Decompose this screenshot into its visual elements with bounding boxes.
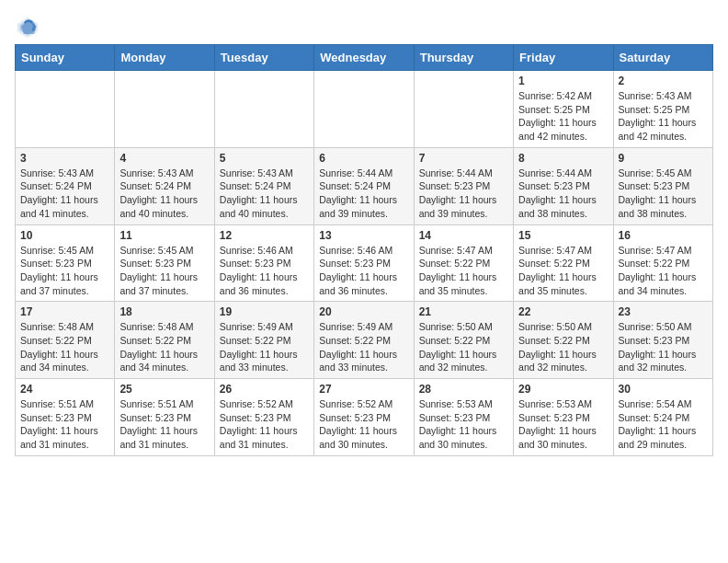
day-number: 18 [119, 305, 209, 318]
weekday-header-monday: Monday [115, 45, 214, 71]
day-info: Sunrise: 5:52 AM Sunset: 5:23 PM Dayligh… [319, 397, 408, 452]
day-cell: 17Sunrise: 5:48 AM Sunset: 5:22 PM Dayli… [16, 302, 115, 379]
day-cell [314, 71, 414, 148]
day-info: Sunrise: 5:51 AM Sunset: 5:23 PM Dayligh… [20, 397, 109, 452]
day-cell: 13Sunrise: 5:46 AM Sunset: 5:23 PM Dayli… [314, 224, 414, 302]
week-row-4: 17Sunrise: 5:48 AM Sunset: 5:22 PM Dayli… [16, 302, 713, 379]
day-cell: 1Sunrise: 5:42 AM Sunset: 5:25 PM Daylig… [514, 71, 613, 148]
day-number: 16 [619, 229, 708, 242]
day-number: 25 [119, 383, 209, 396]
day-info: Sunrise: 5:45 AM Sunset: 5:23 PM Dayligh… [119, 244, 209, 298]
day-cell: 24Sunrise: 5:51 AM Sunset: 5:23 PM Dayli… [16, 379, 115, 456]
logo-icon [15, 15, 40, 40]
day-number: 11 [119, 229, 209, 242]
day-number: 5 [220, 152, 309, 165]
day-cell: 4Sunrise: 5:43 AM Sunset: 5:24 PM Daylig… [115, 147, 214, 224]
day-info: Sunrise: 5:43 AM Sunset: 5:24 PM Dayligh… [119, 167, 209, 221]
day-number: 27 [319, 383, 408, 396]
day-number: 23 [619, 305, 708, 318]
day-cell: 12Sunrise: 5:46 AM Sunset: 5:23 PM Dayli… [214, 224, 313, 302]
day-number: 10 [20, 229, 109, 242]
day-cell [414, 71, 513, 148]
day-cell: 22Sunrise: 5:50 AM Sunset: 5:22 PM Dayli… [514, 302, 613, 379]
day-cell: 5Sunrise: 5:43 AM Sunset: 5:24 PM Daylig… [214, 147, 313, 224]
day-info: Sunrise: 5:50 AM Sunset: 5:22 PM Dayligh… [518, 320, 608, 374]
day-number: 2 [619, 75, 708, 87]
day-number: 12 [220, 229, 309, 242]
day-info: Sunrise: 5:51 AM Sunset: 5:23 PM Dayligh… [119, 397, 209, 452]
logo [15, 15, 44, 40]
day-number: 20 [319, 305, 408, 318]
week-row-5: 24Sunrise: 5:51 AM Sunset: 5:23 PM Dayli… [16, 379, 713, 456]
day-info: Sunrise: 5:48 AM Sunset: 5:22 PM Dayligh… [20, 320, 109, 374]
day-info: Sunrise: 5:49 AM Sunset: 5:22 PM Dayligh… [319, 320, 408, 374]
day-cell: 9Sunrise: 5:45 AM Sunset: 5:23 PM Daylig… [613, 147, 712, 224]
day-info: Sunrise: 5:44 AM Sunset: 5:24 PM Dayligh… [319, 167, 408, 221]
day-number: 13 [319, 229, 408, 242]
week-row-3: 10Sunrise: 5:45 AM Sunset: 5:23 PM Dayli… [16, 224, 713, 302]
day-cell: 29Sunrise: 5:53 AM Sunset: 5:23 PM Dayli… [514, 379, 613, 456]
day-number: 15 [518, 229, 608, 242]
day-cell: 2Sunrise: 5:43 AM Sunset: 5:25 PM Daylig… [613, 71, 712, 148]
day-info: Sunrise: 5:49 AM Sunset: 5:22 PM Dayligh… [220, 320, 309, 374]
day-info: Sunrise: 5:52 AM Sunset: 5:23 PM Dayligh… [220, 397, 309, 452]
day-info: Sunrise: 5:48 AM Sunset: 5:22 PM Dayligh… [119, 320, 209, 374]
day-number: 28 [419, 383, 508, 396]
weekday-header-row: SundayMondayTuesdayWednesdayThursdayFrid… [16, 45, 713, 71]
weekday-header-tuesday: Tuesday [214, 45, 313, 71]
day-number: 17 [20, 305, 109, 318]
day-info: Sunrise: 5:50 AM Sunset: 5:23 PM Dayligh… [619, 320, 708, 374]
day-cell: 3Sunrise: 5:43 AM Sunset: 5:24 PM Daylig… [16, 147, 115, 224]
day-cell: 30Sunrise: 5:54 AM Sunset: 5:24 PM Dayli… [613, 379, 712, 456]
day-cell: 18Sunrise: 5:48 AM Sunset: 5:22 PM Dayli… [115, 302, 214, 379]
day-number: 7 [419, 152, 508, 165]
day-info: Sunrise: 5:47 AM Sunset: 5:22 PM Dayligh… [419, 244, 508, 298]
day-info: Sunrise: 5:43 AM Sunset: 5:25 PM Dayligh… [619, 89, 708, 144]
day-cell: 8Sunrise: 5:44 AM Sunset: 5:23 PM Daylig… [514, 147, 613, 224]
day-number: 19 [220, 305, 309, 318]
day-info: Sunrise: 5:42 AM Sunset: 5:25 PM Dayligh… [518, 89, 608, 144]
day-info: Sunrise: 5:45 AM Sunset: 5:23 PM Dayligh… [619, 167, 708, 221]
day-cell: 19Sunrise: 5:49 AM Sunset: 5:22 PM Dayli… [214, 302, 313, 379]
day-number: 24 [20, 383, 109, 396]
day-info: Sunrise: 5:54 AM Sunset: 5:24 PM Dayligh… [619, 397, 708, 452]
day-info: Sunrise: 5:53 AM Sunset: 5:23 PM Dayligh… [518, 397, 608, 452]
calendar-table: SundayMondayTuesdayWednesdayThursdayFrid… [15, 44, 713, 456]
day-number: 29 [518, 383, 608, 396]
weekday-header-saturday: Saturday [613, 45, 712, 71]
weekday-header-sunday: Sunday [16, 45, 115, 71]
day-cell: 10Sunrise: 5:45 AM Sunset: 5:23 PM Dayli… [16, 224, 115, 302]
day-cell: 7Sunrise: 5:44 AM Sunset: 5:23 PM Daylig… [414, 147, 513, 224]
day-number: 4 [119, 152, 209, 165]
day-number: 14 [419, 229, 508, 242]
day-cell: 25Sunrise: 5:51 AM Sunset: 5:23 PM Dayli… [115, 379, 214, 456]
day-cell: 28Sunrise: 5:53 AM Sunset: 5:23 PM Dayli… [414, 379, 513, 456]
day-info: Sunrise: 5:43 AM Sunset: 5:24 PM Dayligh… [220, 167, 309, 221]
day-number: 26 [220, 383, 309, 396]
day-cell: 11Sunrise: 5:45 AM Sunset: 5:23 PM Dayli… [115, 224, 214, 302]
day-number: 21 [419, 305, 508, 318]
day-info: Sunrise: 5:44 AM Sunset: 5:23 PM Dayligh… [518, 167, 608, 221]
weekday-header-friday: Friday [514, 45, 613, 71]
day-cell: 27Sunrise: 5:52 AM Sunset: 5:23 PM Dayli… [314, 379, 414, 456]
day-info: Sunrise: 5:44 AM Sunset: 5:23 PM Dayligh… [419, 167, 508, 221]
page-header [15, 15, 713, 40]
weekday-header-wednesday: Wednesday [314, 45, 414, 71]
day-info: Sunrise: 5:47 AM Sunset: 5:22 PM Dayligh… [619, 244, 708, 298]
day-cell: 16Sunrise: 5:47 AM Sunset: 5:22 PM Dayli… [613, 224, 712, 302]
day-cell: 20Sunrise: 5:49 AM Sunset: 5:22 PM Dayli… [314, 302, 414, 379]
day-info: Sunrise: 5:46 AM Sunset: 5:23 PM Dayligh… [220, 244, 309, 298]
day-cell: 26Sunrise: 5:52 AM Sunset: 5:23 PM Dayli… [214, 379, 313, 456]
day-number: 9 [619, 152, 708, 165]
day-info: Sunrise: 5:46 AM Sunset: 5:23 PM Dayligh… [319, 244, 408, 298]
day-cell [115, 71, 214, 148]
day-cell [16, 71, 115, 148]
day-info: Sunrise: 5:47 AM Sunset: 5:22 PM Dayligh… [518, 244, 608, 298]
day-cell: 6Sunrise: 5:44 AM Sunset: 5:24 PM Daylig… [314, 147, 414, 224]
week-row-2: 3Sunrise: 5:43 AM Sunset: 5:24 PM Daylig… [16, 147, 713, 224]
day-number: 1 [518, 75, 608, 87]
day-number: 22 [518, 305, 608, 318]
day-info: Sunrise: 5:45 AM Sunset: 5:23 PM Dayligh… [20, 244, 109, 298]
day-number: 8 [518, 152, 608, 165]
day-number: 30 [619, 383, 708, 396]
